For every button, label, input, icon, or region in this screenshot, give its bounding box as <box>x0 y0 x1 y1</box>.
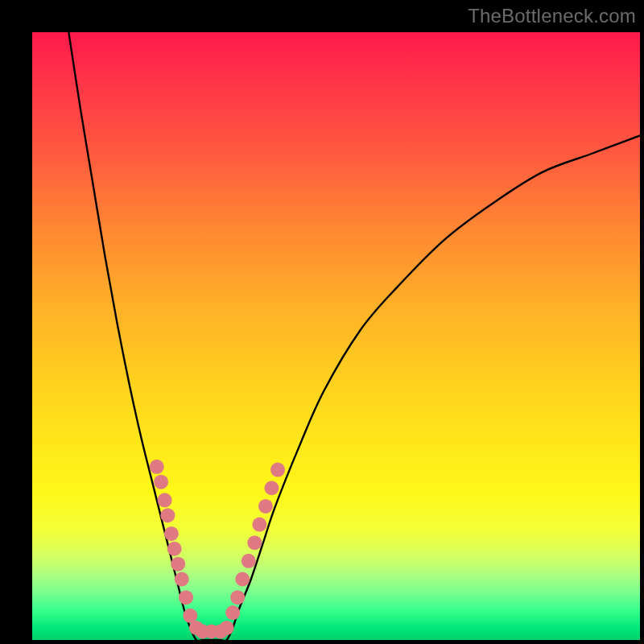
data-dot <box>258 499 273 514</box>
data-dot <box>158 493 172 507</box>
data-dot <box>179 590 193 605</box>
data-dot <box>167 542 182 556</box>
data-dot <box>160 508 175 522</box>
plot-area <box>32 32 640 640</box>
data-dot <box>171 557 185 572</box>
data-dot <box>252 518 266 532</box>
watermark-text: TheBottleneck.com <box>468 5 636 27</box>
data-dot <box>164 526 179 541</box>
data-dot <box>175 572 189 587</box>
data-dot <box>225 605 240 620</box>
data-dot <box>154 475 168 489</box>
data-dot <box>264 481 279 495</box>
chart-svg <box>32 32 640 640</box>
data-dot <box>247 535 262 550</box>
curve-group <box>68 32 640 640</box>
data-dot <box>150 460 164 474</box>
data-dot <box>230 590 245 605</box>
bottleneck-curve <box>68 32 640 640</box>
data-dot <box>220 621 234 635</box>
data-dot <box>235 572 250 587</box>
dot-cluster <box>150 460 285 639</box>
data-dot <box>270 463 285 477</box>
data-dot <box>242 554 256 568</box>
chart-frame: TheBottleneck.com <box>0 0 644 644</box>
